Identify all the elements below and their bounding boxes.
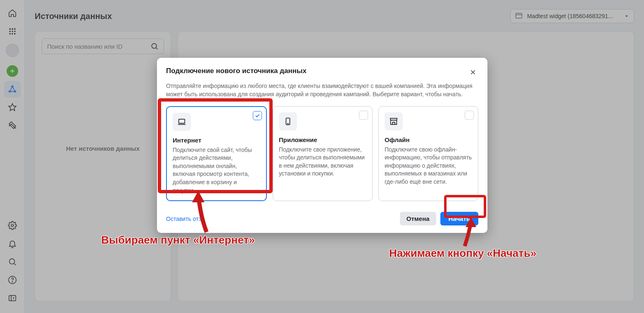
option-offline-desc: Подключите свою офлайн-информацию, чтобы… (385, 146, 472, 186)
arrow-internet (186, 191, 211, 236)
option-internet-check (253, 111, 262, 120)
svg-point-21 (288, 123, 288, 124)
laptop-icon (177, 117, 186, 126)
option-internet-title: Интернет (173, 137, 260, 144)
options-row: Интернет Подключите свой сайт, чтобы дел… (166, 106, 478, 202)
option-app[interactable]: Приложение Подключите свое приложение, ч… (273, 106, 373, 202)
svg-rect-19 (179, 119, 185, 123)
modal-footer: Оставить отз Отмена Начать (166, 212, 478, 225)
option-offline-check (465, 111, 474, 120)
option-app-title: Приложение (279, 136, 366, 143)
phone-icon (283, 117, 292, 126)
option-offline-iconbox (385, 112, 403, 130)
option-internet-iconbox (173, 113, 191, 131)
modal-close-button[interactable] (468, 67, 478, 78)
option-internet-desc: Подключите свой сайт, чтобы делиться дей… (173, 146, 260, 195)
close-icon (469, 69, 477, 76)
option-offline-title: Офлайн (385, 136, 472, 143)
check-icon (254, 113, 260, 119)
option-app-desc: Подключите свое приложение, чтобы делить… (279, 146, 366, 178)
option-app-iconbox (279, 112, 297, 130)
modal-title: Подключение нового источника данных (166, 67, 307, 75)
option-offline[interactable]: Офлайн Подключите свою офлайн-информацию… (378, 106, 478, 202)
store-icon (389, 117, 398, 126)
arrow-start (461, 217, 481, 250)
modal-head: Подключение нового источника данных (166, 67, 478, 78)
option-app-check (359, 111, 368, 120)
cancel-button[interactable]: Отмена (400, 212, 436, 225)
annotation-click-start: Нажимаем кнопку «Начать» (389, 247, 536, 260)
option-internet[interactable]: Интернет Подключите свой сайт, чтобы дел… (166, 106, 267, 202)
annotation-select-internet: Выбираем пункт «Интернет» (101, 234, 255, 247)
modal-description: Отправляйте информацию из любого места, … (166, 82, 478, 99)
